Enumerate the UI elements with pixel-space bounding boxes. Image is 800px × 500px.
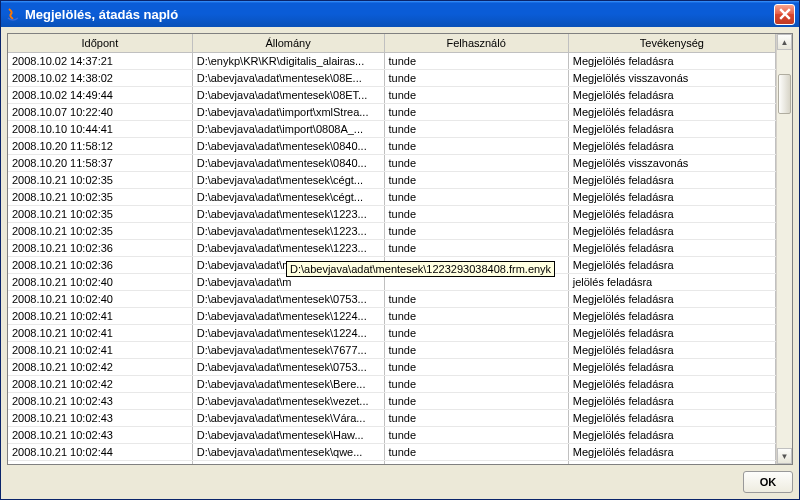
table-cell-action[interactable]: Megjelölés feladásra	[568, 426, 775, 443]
table-cell-action[interactable]: Megjelölés feladásra	[568, 256, 775, 273]
table-cell-time[interactable]: 2008.10.21 10:02:42	[8, 358, 192, 375]
table-cell-file[interactable]: D:\enykp\KR\KR\digitalis_alairas...	[192, 52, 384, 69]
table-cell-user[interactable]: tunde	[384, 307, 568, 324]
table-cell-user[interactable]: tunde	[384, 341, 568, 358]
table-cell-file[interactable]: D:\abevjava\adat\import\0808A_...	[192, 120, 384, 137]
table-cell-time[interactable]: 2008.10.21 10:02:40	[8, 290, 192, 307]
table-cell-file[interactable]: D:\abevjava\adat\mentesek\vezet...	[192, 392, 384, 409]
table-cell-file[interactable]: D:\abevjava\adat\mentesek\1223...	[192, 239, 384, 256]
table-cell-user[interactable]: tunde	[384, 103, 568, 120]
table-cell-time[interactable]: 2008.10.21 10:02:41	[8, 341, 192, 358]
table-cell-time[interactable]: 2008.10.21 10:02:40	[8, 273, 192, 290]
table-cell-action[interactable]: Megjelölés feladásra	[568, 392, 775, 409]
table-cell-user[interactable]: tunde	[384, 239, 568, 256]
table-cell-file[interactable]: D:\abevjava\adat\mentesek\0840...	[192, 137, 384, 154]
table-cell-file[interactable]: D:\abevjava\adat\mentesek\08E...	[192, 69, 384, 86]
table-cell-time[interactable]: 2008.10.21 10:02:43	[8, 426, 192, 443]
table-cell-action[interactable]: Megjelölés visszavonás	[568, 154, 775, 171]
table-cell-file[interactable]: D:\abevjava\adat\mentesek\cégt...	[192, 171, 384, 188]
table-cell-user[interactable]: tunde	[384, 460, 568, 464]
table-cell-time[interactable]: 2008.10.21 10:02:44	[8, 443, 192, 460]
table-cell-time[interactable]: 2008.10.21 10:02:43	[8, 409, 192, 426]
table-cell-file[interactable]: D:\abevjava\adat\mentesek\1224...	[192, 324, 384, 341]
table-cell-file[interactable]: D:\abevjava\adat\mentesek\Vára...	[192, 409, 384, 426]
scrollbar-thumb[interactable]	[778, 74, 791, 114]
table-cell-file[interactable]: D:\abevjava\adat\mentesek\Bere...	[192, 375, 384, 392]
table-cell-time[interactable]: 2008.10.02 14:49:44	[8, 86, 192, 103]
col-header-action[interactable]: Tevékenység	[568, 34, 775, 52]
table-cell-action[interactable]: Megjelölés feladásra	[568, 324, 775, 341]
table-cell-action[interactable]: Megjelölés feladásra	[568, 137, 775, 154]
table-cell-action[interactable]: Megjelölés feladásra	[568, 443, 775, 460]
table-cell-action[interactable]: Megjelölés visszavonás	[568, 69, 775, 86]
table-cell-time[interactable]: 2008.10.21 10:02:35	[8, 222, 192, 239]
table-row[interactable]: 2008.10.21 10:02:36D:\abevjava\adat\ment…	[8, 239, 776, 256]
table-cell-user[interactable]: tunde	[384, 375, 568, 392]
table-cell-user[interactable]: tunde	[384, 443, 568, 460]
table-row[interactable]: 2008.10.02 14:49:44D:\abevjava\adat\ment…	[8, 86, 776, 103]
table-cell-time[interactable]: 2008.10.20 11:58:37	[8, 154, 192, 171]
table-cell-user[interactable]: tunde	[384, 69, 568, 86]
table-cell-time[interactable]: 2008.10.21 10:02:41	[8, 307, 192, 324]
table-cell-time[interactable]: 2008.10.02 14:37:21	[8, 52, 192, 69]
table-row[interactable]: 2008.10.02 14:37:21D:\enykp\KR\KR\digita…	[8, 52, 776, 69]
table-row[interactable]: 2008.10.21 10:02:44D:\abevjava\adat\ment…	[8, 443, 776, 460]
table-cell-time[interactable]: 2008.10.10 10:44:41	[8, 120, 192, 137]
table-row[interactable]: 2008.10.10 10:44:41D:\abevjava\adat\impo…	[8, 120, 776, 137]
table-cell-time[interactable]: 2008.10.21 10:02:44	[8, 460, 192, 464]
table-row[interactable]: 2008.10.21 10:02:44D:\abevjava\adat\ment…	[8, 460, 776, 464]
table-cell-user[interactable]: tunde	[384, 52, 568, 69]
table-cell-user[interactable]: tunde	[384, 392, 568, 409]
table-cell-time[interactable]: 2008.10.21 10:02:35	[8, 171, 192, 188]
table-row[interactable]: 2008.10.21 10:02:43D:\abevjava\adat\ment…	[8, 409, 776, 426]
table-cell-action[interactable]: Megjelölés feladásra	[568, 222, 775, 239]
scroll-up-button[interactable]: ▲	[777, 34, 792, 50]
table-cell-action[interactable]: Megjelölés feladásra	[568, 341, 775, 358]
table-cell-action[interactable]: Megjelölés feladásra	[568, 307, 775, 324]
table-cell-time[interactable]: 2008.10.21 10:02:35	[8, 205, 192, 222]
table-row[interactable]: 2008.10.21 10:02:42D:\abevjava\adat\ment…	[8, 375, 776, 392]
table-row[interactable]: 2008.10.02 14:38:02D:\abevjava\adat\ment…	[8, 69, 776, 86]
table-cell-file[interactable]: D:\abevjava\adat\mentesek\7677...	[192, 341, 384, 358]
table-cell-time[interactable]: 2008.10.21 10:02:42	[8, 375, 192, 392]
table-cell-action[interactable]: Megjelölés feladásra	[568, 239, 775, 256]
ok-button[interactable]: OK	[743, 471, 793, 493]
table-cell-action[interactable]: Megjelölés feladásra	[568, 171, 775, 188]
table-cell-file[interactable]: D:\abevjava\adat\mentesek\0840...	[192, 154, 384, 171]
table-cell-action[interactable]: Megjelölés feladásra	[568, 409, 775, 426]
table-cell-time[interactable]: 2008.10.21 10:02:41	[8, 324, 192, 341]
table-cell-action[interactable]: Megjelölés feladásra	[568, 86, 775, 103]
scroll-down-button[interactable]: ▼	[777, 448, 792, 464]
table-row[interactable]: 2008.10.21 10:02:40D:\abevjava\adat\ment…	[8, 290, 776, 307]
table-cell-action[interactable]: jelölés feladásra	[568, 273, 775, 290]
table-cell-user[interactable]: tunde	[384, 120, 568, 137]
table-cell-file[interactable]: D:\abevjava\adat\mentesek\1223...	[192, 222, 384, 239]
col-header-file[interactable]: Állomány	[192, 34, 384, 52]
table-cell-time[interactable]: 2008.10.21 10:02:36	[8, 239, 192, 256]
table-cell-user[interactable]: tunde	[384, 188, 568, 205]
table-cell-time[interactable]: 2008.10.21 10:02:43	[8, 392, 192, 409]
table-cell-time[interactable]: 2008.10.07 10:22:40	[8, 103, 192, 120]
table-cell-user[interactable]: tunde	[384, 222, 568, 239]
table-cell-file[interactable]: D:\abevjava\adat\mentesek\qwe...	[192, 443, 384, 460]
table-cell-file[interactable]: D:\abevjava\adat\mentesek\Taká...	[192, 460, 384, 464]
table-row[interactable]: 2008.10.21 10:02:35D:\abevjava\adat\ment…	[8, 205, 776, 222]
table-row[interactable]: 2008.10.21 10:02:35D:\abevjava\adat\ment…	[8, 222, 776, 239]
table-row[interactable]: 2008.10.21 10:02:41D:\abevjava\adat\ment…	[8, 307, 776, 324]
table-cell-user[interactable]: tunde	[384, 324, 568, 341]
table-row[interactable]: 2008.10.21 10:02:43D:\abevjava\adat\ment…	[8, 426, 776, 443]
table-cell-time[interactable]: 2008.10.21 10:02:36	[8, 256, 192, 273]
table-cell-user[interactable]: tunde	[384, 205, 568, 222]
col-header-user[interactable]: Felhasználó	[384, 34, 568, 52]
table-cell-file[interactable]: D:\abevjava\adat\mentesek\08ET...	[192, 86, 384, 103]
table-cell-file[interactable]: D:\abevjava\adat\mentesek\0753...	[192, 290, 384, 307]
table-row[interactable]: 2008.10.21 10:02:43D:\abevjava\adat\ment…	[8, 392, 776, 409]
vertical-scrollbar[interactable]: ▲ ▼	[776, 34, 792, 464]
table-row[interactable]: 2008.10.21 10:02:35D:\abevjava\adat\ment…	[8, 188, 776, 205]
table-cell-user[interactable]: tunde	[384, 426, 568, 443]
table-cell-action[interactable]: Megjelölés feladásra	[568, 460, 775, 464]
table-cell-user[interactable]: tunde	[384, 358, 568, 375]
table-cell-user[interactable]: tunde	[384, 409, 568, 426]
table-cell-action[interactable]: Megjelölés feladásra	[568, 103, 775, 120]
table-cell-user[interactable]: tunde	[384, 137, 568, 154]
